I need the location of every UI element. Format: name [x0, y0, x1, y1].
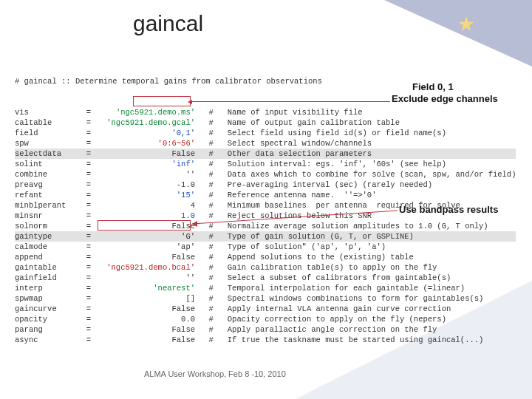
param-value: 'ngc5921.demo.ms'	[96, 107, 200, 117]
param-row: calmode='ap' # Type of solution" ('ap', …	[15, 242, 516, 252]
highlight-box-gaintable	[98, 220, 191, 231]
param-name: minblperant	[15, 200, 81, 211]
param-row: spwmap=[] # Spectral windows combination…	[15, 293, 516, 304]
param-comment: # Spectral windows combinations to form …	[200, 293, 483, 304]
param-comment: # Select field using field id(s) or fiel…	[200, 128, 446, 138]
param-value: 0.0	[96, 314, 200, 324]
param-comment: # Opacity correction to apply on the fly…	[200, 314, 446, 324]
param-value: -1.0	[96, 180, 200, 190]
equals-sign: =	[81, 283, 96, 293]
param-name: opacity	[15, 314, 81, 324]
param-name: solint	[15, 159, 81, 169]
equals-sign: =	[81, 242, 96, 252]
param-row: opacity=0.0 # Opacity correction to appl…	[15, 314, 516, 324]
equals-sign: =	[81, 211, 96, 221]
param-name: refant	[15, 190, 81, 200]
param-value: ''	[96, 169, 200, 180]
equals-sign: =	[81, 304, 96, 314]
param-row: gaintype='G' # Type of gain solution (G,…	[15, 231, 516, 242]
param-name: caltable	[15, 117, 81, 128]
param-name: async	[15, 335, 81, 345]
equals-sign: =	[81, 200, 96, 211]
param-value: 'ngc5921.demo.bcal'	[96, 262, 200, 273]
param-row: solint='inf' # Solution interval: egs. '…	[15, 159, 516, 169]
param-comment: # Temporal interpolation for each gainta…	[200, 283, 465, 293]
equals-sign: =	[81, 262, 96, 273]
param-row: caltable='ngc5921.demo.gcal' # Name of o…	[15, 117, 516, 128]
annotation-exclude: Exclude edge channels	[392, 93, 498, 104]
param-comment: # Name of input visibility file	[200, 107, 363, 117]
highlight-box-spw	[133, 96, 191, 106]
param-row: interp='nearest' # Temporal interpolatio…	[15, 283, 516, 293]
equals-sign: =	[81, 180, 96, 190]
equals-sign: =	[81, 190, 96, 200]
param-value: 'ap'	[96, 242, 200, 252]
equals-sign: =	[81, 159, 96, 169]
param-value: '15'	[96, 190, 200, 200]
param-comment: # Apply internal VLA antenna gain curve …	[200, 304, 451, 314]
param-row: combine='' # Data axes which to combine …	[15, 169, 516, 180]
param-name: interp	[15, 283, 81, 293]
param-name: field	[15, 128, 81, 138]
param-row: parang=False # Apply parallactic angle c…	[15, 324, 516, 335]
equals-sign: =	[81, 128, 96, 138]
equals-sign: =	[81, 273, 96, 283]
param-name: gaintype	[15, 231, 81, 242]
param-row: vis='ngc5921.demo.ms' # Name of input vi…	[15, 107, 516, 117]
param-name: solnorm	[15, 221, 81, 231]
param-comment: # Apply parallactic angle correction on …	[200, 324, 437, 335]
param-name: spw	[15, 138, 81, 149]
page-title: gaincal	[133, 11, 203, 36]
param-row: gaintable='ngc5921.demo.bcal' # Gain cal…	[15, 262, 516, 273]
param-name: gaincurve	[15, 304, 81, 314]
annotation-field: Field 0, 1	[412, 81, 454, 92]
param-name: combine	[15, 169, 81, 180]
equals-sign: =	[81, 324, 96, 335]
param-value: False	[96, 252, 200, 262]
equals-sign: =	[81, 335, 96, 345]
param-name: parang	[15, 324, 81, 335]
equals-sign: =	[81, 169, 96, 180]
equals-sign: =	[81, 117, 96, 128]
param-value: 'nearest'	[96, 283, 200, 293]
arrow-spw	[192, 101, 390, 102]
param-comment: # If true the taskname must be started u…	[200, 335, 483, 345]
param-value: 'inf'	[96, 159, 200, 169]
param-value: ''	[96, 273, 200, 283]
param-value: '0,1'	[96, 128, 200, 138]
svg-line-0	[192, 211, 398, 224]
param-row: field='0,1' # Select field using field i…	[15, 128, 516, 138]
param-value: 1.0	[96, 211, 200, 221]
param-value: 'ngc5921.demo.gcal'	[96, 117, 200, 128]
param-value: False	[96, 324, 200, 335]
param-comment: # Select spectral window/channels	[200, 138, 372, 149]
param-comment: # Data axes which to combine for solve (…	[200, 169, 516, 180]
param-row: append=False # Append solutions to the (…	[15, 252, 516, 262]
param-row: async=False # If true the taskname must …	[15, 335, 516, 345]
footer-text: ALMA User Workshop, Feb 8 -10, 2010	[144, 369, 286, 378]
param-row: gaincurve=False # Apply internal VLA ant…	[15, 304, 516, 314]
param-row: spw='0:6~56' # Select spectral window/ch…	[15, 138, 516, 149]
param-name: gainfield	[15, 273, 81, 283]
equals-sign: =	[81, 293, 96, 304]
param-comment: # Append solutions to the (existing) tab…	[200, 252, 414, 262]
param-value: False	[96, 335, 200, 345]
param-comment: # Other data selection parameters	[200, 149, 372, 159]
param-value: 4	[96, 200, 200, 211]
param-name: spwmap	[15, 293, 81, 304]
param-row: refant='15' # Reference antenna name. ''…	[15, 190, 516, 200]
param-comment: # Gain calibration table(s) to apply on …	[200, 262, 437, 273]
param-name: vis	[15, 107, 81, 117]
param-comment: # Name of output gain calibration table	[200, 117, 400, 128]
param-comment: # Pre-averaging interval (sec) (rarely n…	[200, 180, 432, 190]
param-name: gaintable	[15, 262, 81, 273]
param-name: calmode	[15, 242, 81, 252]
param-comment: # Solution interval: egs. 'inf', '60s' (…	[200, 159, 446, 169]
equals-sign: =	[81, 252, 96, 262]
equals-sign: =	[81, 314, 96, 324]
equals-sign: =	[81, 138, 96, 149]
param-value: False	[96, 149, 200, 159]
param-row: selectdata=False # Other data selection …	[15, 149, 516, 159]
param-value: []	[96, 293, 200, 304]
param-comment: # Select a subset of calibrators from ga…	[200, 273, 451, 283]
